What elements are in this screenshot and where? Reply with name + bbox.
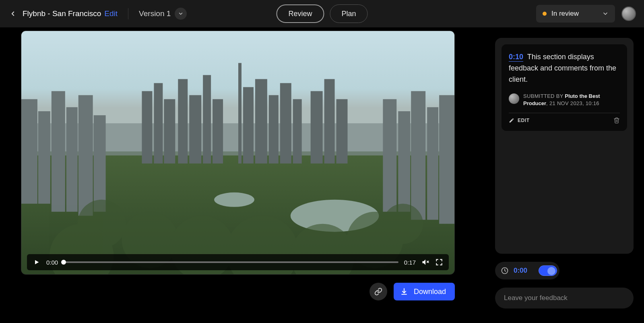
video-controls: 0:00 0:17 [27,254,449,270]
fullscreen-icon [436,259,443,266]
comments-panel: 0:10 This section displays feedback and … [495,38,634,254]
svg-rect-9 [142,91,152,164]
comment-text: This section displays feedback and comme… [509,53,616,83]
feedback-sidebar: 0:10 This section displays feedback and … [495,27,644,323]
delete-comment-button[interactable] [613,117,620,124]
svg-rect-16 [238,63,242,164]
tab-review[interactable]: Review [276,4,324,23]
svg-marker-40 [35,260,39,265]
title-group: Flybnb - San Francisco Edit [23,9,118,18]
chevron-down-icon [178,11,184,17]
svg-rect-24 [336,99,348,164]
svg-rect-25 [383,99,396,211]
app-header: Flybnb - San Francisco Edit Version 1 Re… [0,0,644,27]
version-label: Version 1 [139,9,171,18]
feedback-input[interactable]: Leave your feedback [495,288,634,309]
svg-rect-23 [324,79,335,164]
commenter-avatar [509,93,519,104]
svg-rect-19 [269,95,279,164]
tab-plan[interactable]: Plan [330,4,368,23]
download-label: Download [414,288,446,296]
svg-rect-8 [94,115,106,212]
video-current-time: 0:00 [46,259,58,266]
comment-actions: EDIT [509,117,620,124]
svg-rect-17 [243,87,254,164]
video-frame [21,31,454,274]
share-link-button[interactable] [369,283,387,300]
timestamp-pill: 0:00 [495,262,559,280]
svg-rect-27 [411,91,425,219]
svg-rect-21 [293,99,302,164]
header-right: In review [536,5,636,23]
svg-rect-14 [203,75,211,164]
chevron-left-icon [9,10,17,17]
status-text: In review [551,10,579,18]
version-group: Version 1 [139,8,187,20]
svg-rect-11 [164,99,175,164]
svg-rect-4 [38,111,50,204]
edit-label: EDIT [518,118,530,123]
svg-rect-29 [439,95,454,224]
svg-rect-22 [311,91,323,164]
user-avatar[interactable] [621,6,636,21]
chevron-down-icon [602,10,609,17]
svg-rect-28 [427,107,438,219]
mute-button[interactable] [421,258,429,266]
svg-rect-13 [189,95,201,164]
video-actions: Download [21,283,455,300]
timestamp-value: 0:00 [514,267,534,275]
video-duration: 0:17 [404,259,416,266]
back-button[interactable] [8,9,18,19]
link-icon [374,288,382,296]
status-dot-icon [543,12,547,16]
main-area: 0:00 0:17 Download [0,27,495,323]
comment-meta: SUBMITTED BY Pluto the Best Producer, 21… [509,93,620,107]
edit-title-link[interactable]: Edit [104,9,118,18]
edit-comment-button[interactable]: EDIT [509,118,530,123]
app-body: 0:00 0:17 Download [0,27,644,323]
play-button[interactable] [33,258,41,266]
trash-icon [613,117,620,124]
header-left: Flybnb - San Francisco Edit Version 1 [8,8,187,20]
download-icon [400,288,408,296]
svg-point-39 [383,204,423,244]
svg-rect-10 [154,83,163,164]
svg-rect-18 [255,79,267,164]
svg-rect-26 [398,111,410,212]
center-tabs: Review Plan [276,4,367,23]
comment-meta-text: SUBMITTED BY Pluto the Best Producer, 21… [523,93,620,107]
download-button[interactable]: Download [394,283,455,300]
submitted-by-label: SUBMITTED BY [523,93,564,99]
comment-card: 0:10 This section displays feedback and … [502,44,627,131]
svg-rect-7 [78,95,93,215]
comment-body: 0:10 This section displays feedback and … [509,52,620,85]
svg-rect-12 [178,79,188,164]
project-title: Flybnb - San Francisco [23,9,101,18]
video-progress[interactable] [64,261,398,263]
edit-icon [509,118,514,123]
divider [509,113,620,113]
status-select[interactable]: In review [536,5,615,23]
video-player[interactable]: 0:00 0:17 [21,31,455,275]
volume-muted-icon [421,258,429,266]
comment-date: 21 NOV 2023, 10:16 [549,100,599,106]
version-dropdown[interactable] [175,8,187,20]
svg-rect-5 [52,91,65,211]
clock-icon [501,267,509,275]
fullscreen-button[interactable] [435,258,443,266]
toggle-knob [547,267,555,275]
feedback-placeholder: Leave your feedback [504,294,568,302]
play-icon [33,259,40,265]
status-left: In review [543,10,579,18]
svg-point-31 [214,193,254,207]
svg-rect-15 [213,99,223,164]
progress-knob[interactable] [61,260,66,265]
svg-rect-3 [21,99,37,204]
divider [128,8,128,19]
svg-rect-20 [280,83,291,164]
timestamp-toggle[interactable] [539,265,557,276]
svg-rect-6 [66,107,78,212]
comment-timestamp-link[interactable]: 0:10 [509,53,523,62]
